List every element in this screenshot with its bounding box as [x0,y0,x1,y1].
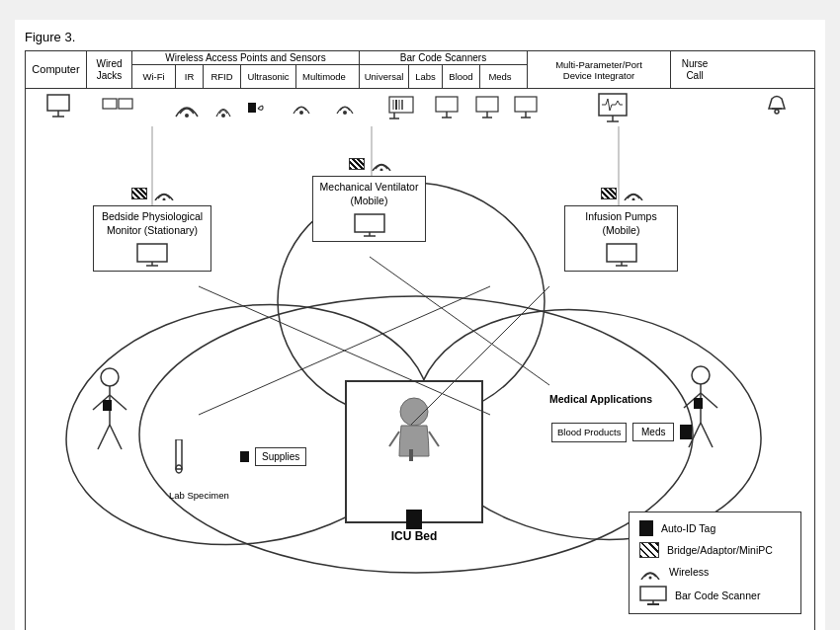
svg-line-73 [370,257,549,385]
svg-line-51 [110,395,126,410]
figure-label: Figure 3. [25,30,815,44]
svg-rect-3 [103,99,117,109]
supplies-tag [240,451,249,462]
meds-item: Meds [632,423,694,441]
multiparam-title: Multi-Parameter/PortDevice Integrator [528,51,670,88]
svg-rect-0 [47,95,69,111]
universal-cell: Universal [360,65,409,88]
svg-rect-7 [248,103,256,113]
svg-rect-45 [607,244,636,262]
header-wired-jacks: Wired Jacks [87,51,132,88]
wireless-arcs-icon [639,564,661,580]
svg-point-40 [379,169,382,172]
legend-box: Auto-ID Tag Bridge/Adaptor/MiniPC Wirele… [629,512,801,614]
pumps-icon [571,243,671,267]
bedside-monitor-label: Bedside Physiological Monitor (Stationar… [100,210,205,237]
wifi-cell: Wi-Fi [132,65,176,88]
header-nurse-call: Nurse Call [671,51,718,88]
icu-bed-tag [404,510,424,529]
ventilator-icon [319,213,419,237]
header-multiparam-group: Multi-Parameter/PortDevice Integrator [528,51,671,88]
svg-rect-23 [515,97,537,112]
labs-cell: Labs [409,65,443,88]
header-barcode-group: Bar Code Scanners Universal Labs Blood M… [360,51,528,88]
patient-figure [347,382,481,471]
bridge-label: Bridge/Adaptor/MiniPC [667,544,773,556]
svg-point-5 [185,114,189,118]
svg-rect-17 [436,97,458,112]
svg-point-6 [221,114,225,118]
infusion-pumps-box: Infusion Pumps (Mobile) [564,205,678,272]
page-container: Figure 3. Computer Wired Jacks Wireless … [15,20,825,630]
blood-cell: Blood [443,65,480,88]
auto-id-label: Auto-ID Tag [661,522,715,534]
blood-products-box: Blood Products [551,423,627,442]
svg-point-75 [649,577,652,580]
wireless-items: Wi-Fi IR RFID Ultrasonic Multimode [132,65,359,88]
meds-box: Meds [632,423,674,441]
svg-line-64 [701,393,717,408]
ventilator-label: Mechanical Ventilator (Mobile) [319,181,419,207]
svg-point-9 [343,111,347,115]
svg-rect-20 [476,97,498,112]
bedside-monitor-box: Bedside Physiological Monitor (Stationar… [93,205,211,272]
supplies-item: Supplies [238,447,306,466]
svg-rect-76 [640,587,666,600]
ventilator-box: Mechanical Ventilator (Mobile) [312,176,426,242]
svg-rect-41 [355,214,384,232]
auto-id-tag-icon [639,520,653,536]
legend-bridge: Bridge/Adaptor/MiniPC [639,542,791,558]
bridge-icon-bedside [131,188,147,199]
svg-point-44 [631,198,634,201]
svg-point-61 [692,366,710,384]
barcode-group-title: Bar Code Scanners [360,51,527,65]
svg-line-58 [389,432,399,446]
wireless-label: Wireless [669,566,709,578]
legend-barcode-scanner: Bar Code Scanner [639,586,791,605]
top-icons-svg [26,89,815,138]
lab-specimen: Lab Specimen [169,439,229,501]
bridge-adaptor-icon [639,542,659,558]
meds-tag [680,425,692,439]
left-person [83,365,137,468]
icu-bed-container: ICU Bed [345,380,483,523]
supplies-box: Supplies [255,447,306,466]
svg-rect-4 [119,99,132,109]
svg-line-59 [429,432,439,446]
medical-applications-label: Medical Applications [549,393,652,405]
barcode-scanner-label: Bar Code Scanner [675,590,760,601]
legend-wireless: Wireless [639,564,791,580]
svg-rect-37 [137,244,167,262]
pumps-label: Infusion Pumps (Mobile) [571,210,671,237]
ir-cell: IR [176,65,204,88]
svg-point-48 [101,368,119,386]
svg-point-30 [775,110,779,114]
svg-rect-60 [409,449,413,461]
svg-line-66 [701,423,713,447]
svg-rect-67 [694,398,703,409]
svg-point-36 [163,198,166,201]
meds-header-cell: Meds [480,65,520,88]
monitor-icon [100,243,205,267]
svg-line-53 [110,425,122,449]
diagram-content: Bedside Physiological Monitor (Stationar… [26,89,815,630]
svg-point-57 [400,398,428,426]
barcode-items: Universal Labs Blood Meds [360,65,527,88]
svg-rect-54 [103,400,112,411]
svg-line-52 [98,425,110,449]
diagram-outer: Computer Wired Jacks Wireless Access Poi… [25,50,815,630]
right-person [674,363,728,466]
barcode-scanner-icon [639,586,667,605]
multimode-cell: Multimode [296,65,352,88]
wireless-group-title: Wireless Access Points and Sensors [132,51,359,65]
lab-specimen-label: Lab Specimen [169,490,229,501]
bridge-icon-ventilator [349,158,365,170]
svg-point-8 [299,111,303,115]
legend-auto-id: Auto-ID Tag [639,520,791,536]
icu-bed-label: ICU Bed [387,529,442,543]
header-wireless-group: Wireless Access Points and Sensors Wi-Fi… [132,51,360,88]
bridge-icon-pumps [601,188,617,199]
header-bar: Computer Wired Jacks Wireless Access Poi… [26,51,814,89]
header-computer: Computer [26,51,87,88]
rfid-cell: RFID [204,65,241,88]
